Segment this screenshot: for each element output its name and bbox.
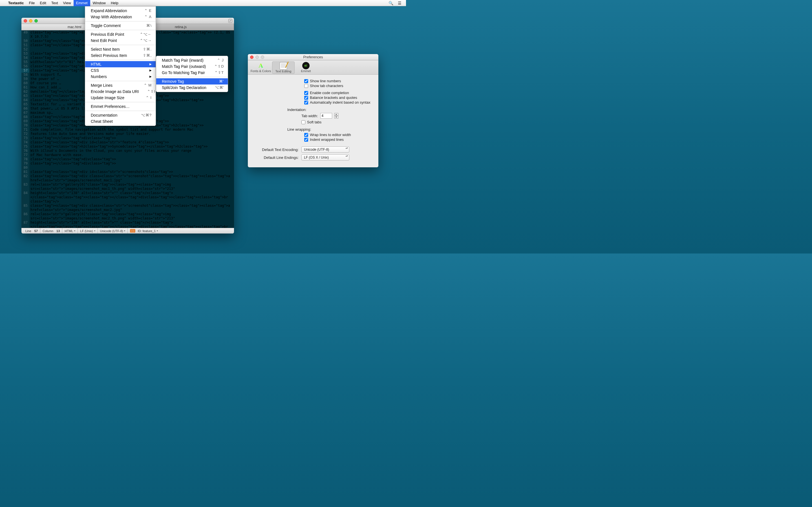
emmet-menu-item-21[interactable]: Documentation⌥⌘? bbox=[85, 112, 156, 118]
status-bar: Line 57 Column 13 HTML LF (Unix) Unicode… bbox=[21, 228, 234, 233]
notification-center-icon[interactable]: ☰ bbox=[396, 1, 404, 5]
preferences-window: Preferences A Fonts & Colors Text Editin… bbox=[248, 54, 378, 167]
emmet-html-submenu: Match Tag Pair (inward)⌃ JMatch Tag Pair… bbox=[156, 56, 228, 92]
emmet-menu-item-11[interactable]: HTML▶ bbox=[85, 61, 156, 67]
prefs-titlebar[interactable]: Preferences bbox=[248, 54, 378, 60]
prefs-tab-emmet[interactable]: e⁞ Emmet bbox=[295, 61, 317, 74]
check-show-line-numbers[interactable]: Show line numbers bbox=[253, 78, 373, 83]
emmet-menu-item-5[interactable]: Previous Edit Point⌃⌥← bbox=[85, 31, 156, 38]
line-wrapping-label: Line wrapping: bbox=[253, 127, 373, 131]
prefs-title: Preferences bbox=[248, 55, 378, 59]
encoding-label: Default Text Encoding: bbox=[253, 148, 301, 152]
emmet-menu-item-6[interactable]: Next Edit Point⌃⌥→ bbox=[85, 38, 156, 44]
emmet-menu-item-0[interactable]: Expand Abbreviation⌃ E bbox=[85, 8, 156, 14]
prefs-tab-text-editing[interactable]: Text Editing bbox=[272, 61, 295, 74]
check-indent-wrapped[interactable]: Indent wrapped lines bbox=[253, 137, 373, 142]
html-submenu-item-1[interactable]: Match Tag Pair (outward)⌃⇧D bbox=[156, 63, 228, 69]
html-submenu-item-2[interactable]: Go To Matching Tag Pair⌃⇧T bbox=[156, 69, 228, 76]
emmet-menu-item-8[interactable]: Select Next Item⇧⌘. bbox=[85, 46, 156, 52]
status-language[interactable]: HTML bbox=[62, 228, 78, 233]
emmet-menu-item-13[interactable]: Numbers▶ bbox=[85, 73, 156, 80]
encoding-select[interactable]: Unicode (UTF-8) bbox=[301, 147, 349, 153]
emmet-menu-item-22[interactable]: Cheat Sheet bbox=[85, 118, 156, 124]
tab-width-field[interactable] bbox=[320, 113, 332, 119]
html-submenu-item-4[interactable]: Remove Tag⌘' bbox=[156, 78, 228, 84]
window-menu[interactable]: Window bbox=[90, 0, 108, 6]
emmet-logo-icon: e⁞ bbox=[302, 62, 310, 69]
symbol-tag-icon: ⬚ bbox=[130, 229, 135, 233]
tab-width-label: Tab width: bbox=[301, 114, 318, 118]
emmet-menu-item-12[interactable]: CSS▶ bbox=[85, 67, 156, 73]
emmet-menu-item-9[interactable]: Select Previous Item⇧⌘, bbox=[85, 52, 156, 59]
emmet-menu-item-17[interactable]: Update Image Size⌃ I bbox=[85, 95, 156, 101]
prefs-body: Show line numbers Show tab characters En… bbox=[248, 75, 378, 167]
check-auto-indent[interactable]: Automatically indent based on syntax bbox=[253, 100, 373, 105]
emmet-dropdown: Expand Abbreviation⌃ EWrap With Abbrevia… bbox=[85, 6, 156, 126]
fullscreen-button[interactable]: ⤢ bbox=[229, 19, 232, 23]
view-menu[interactable]: View bbox=[61, 0, 73, 6]
tab-width-stepper[interactable]: ▲▼ bbox=[335, 113, 338, 119]
check-show-tab-characters[interactable]: Show tab characters bbox=[253, 83, 373, 88]
emmet-menu-item-1[interactable]: Wrap With Abbreviation⌃ A bbox=[85, 14, 156, 20]
status-line-endings[interactable]: LF (Unix) bbox=[78, 228, 98, 233]
prefs-tab-fonts[interactable]: A Fonts & Colors bbox=[250, 61, 272, 74]
emmet-menu[interactable]: Emmet bbox=[73, 0, 90, 6]
check-wrap-lines[interactable]: Wrap lines to editor width bbox=[253, 132, 373, 137]
emmet-menu-item-19[interactable]: Emmet Preferences… bbox=[85, 103, 156, 110]
prefs-toolbar: A Fonts & Colors Text Editing e⁞ Emmet bbox=[248, 60, 378, 75]
html-submenu-item-5[interactable]: Split/Join Tag Declaration⌥⌘' bbox=[156, 84, 228, 91]
spotlight-icon[interactable]: 🔍 bbox=[386, 1, 396, 5]
fonts-colors-icon: A bbox=[250, 62, 272, 69]
mac-menubar: Textastic File Edit Text View Emmet Wind… bbox=[0, 0, 406, 6]
check-soft-tabs[interactable]: Soft tabs bbox=[253, 120, 373, 124]
app-menu[interactable]: Textastic bbox=[6, 0, 26, 6]
emmet-menu-item-16[interactable]: Encode Image as Data URI⌃⇧I bbox=[85, 89, 156, 95]
text-editing-icon bbox=[280, 62, 287, 69]
help-menu[interactable]: Help bbox=[108, 0, 121, 6]
check-code-completion[interactable]: Enable code completion bbox=[253, 91, 373, 95]
emmet-menu-item-15[interactable]: Merge Lines⌃ M bbox=[85, 82, 156, 89]
text-menu[interactable]: Text bbox=[49, 0, 61, 6]
check-balance-brackets[interactable]: Balance brackets and quotes bbox=[253, 95, 373, 100]
indentation-label: Indentation: bbox=[253, 108, 373, 112]
file-menu[interactable]: File bbox=[26, 0, 37, 6]
endings-select[interactable]: LF (OS X / Unix) bbox=[301, 154, 349, 161]
status-encoding[interactable]: Unicode (UTF-8) bbox=[98, 228, 128, 233]
status-column[interactable]: Column 13 bbox=[40, 228, 62, 233]
status-symbol[interactable]: ⬚ ID: feature_1 bbox=[128, 228, 160, 233]
status-line[interactable]: Line 57 bbox=[23, 228, 40, 233]
edit-menu[interactable]: Edit bbox=[37, 0, 49, 6]
endings-label: Default Line Endings: bbox=[253, 156, 301, 160]
html-submenu-item-0[interactable]: Match Tag Pair (inward)⌃ J bbox=[156, 57, 228, 63]
emmet-menu-item-3[interactable]: Toggle Comment⌘\ bbox=[85, 22, 156, 29]
